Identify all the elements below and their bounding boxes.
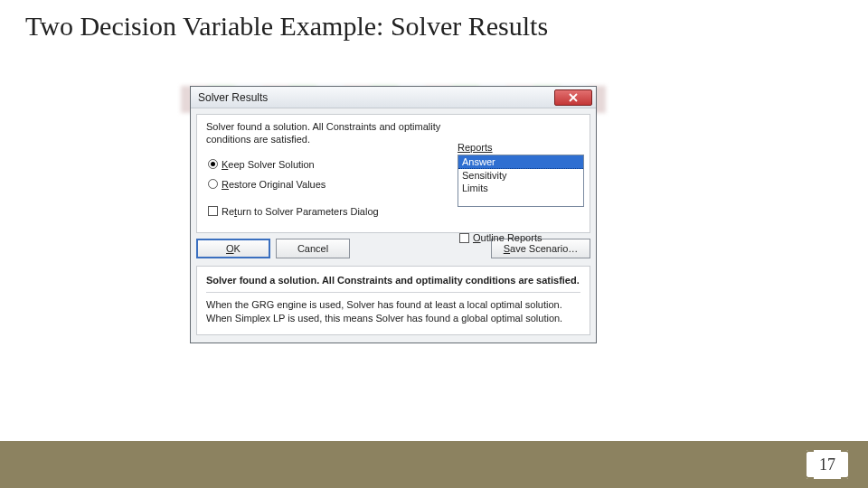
report-item-limits[interactable]: Limits bbox=[458, 182, 583, 194]
checkbox-label: Outline Reports bbox=[473, 232, 542, 243]
radio-label: Restore Original Values bbox=[222, 179, 326, 190]
explanation-group: Solver found a solution. All Constraints… bbox=[196, 266, 590, 335]
page-number: 17 bbox=[819, 455, 835, 474]
slide-title: Two Decision Variable Example: Solver Re… bbox=[25, 11, 548, 42]
report-item-sensitivity[interactable]: Sensitivity bbox=[458, 169, 583, 182]
return-to-dialog-checkbox[interactable]: Return to Solver Parameters Dialog bbox=[208, 206, 580, 217]
radio-icon bbox=[208, 179, 218, 189]
titlebar-text: Solver Results bbox=[198, 91, 554, 104]
close-button[interactable] bbox=[554, 89, 592, 106]
footer-bar bbox=[0, 441, 868, 488]
checkbox-label: Return to Solver Parameters Dialog bbox=[222, 206, 379, 217]
outline-reports-checkbox[interactable]: Outline Reports bbox=[459, 232, 542, 243]
report-item-answer[interactable]: Answer bbox=[458, 155, 583, 169]
divider bbox=[206, 292, 580, 293]
titlebar[interactable]: Solver Results bbox=[191, 87, 596, 108]
close-icon bbox=[569, 93, 578, 102]
solver-results-dialog: Solver Results Solver found a solution. … bbox=[190, 86, 597, 343]
status-message: Solver found a solution. All Constraints… bbox=[206, 120, 441, 146]
options-group: Solver found a solution. All Constraints… bbox=[196, 114, 590, 233]
radio-icon bbox=[208, 159, 218, 169]
radio-label: Keep Solver Solution bbox=[222, 159, 315, 170]
reports-listbox[interactable]: Answer Sensitivity Limits bbox=[458, 155, 584, 207]
dialog-body: Solver found a solution. All Constraints… bbox=[191, 108, 596, 343]
ok-button[interactable]: OK bbox=[196, 239, 270, 258]
explanation-heading: Solver found a solution. All Constraints… bbox=[206, 274, 580, 286]
page-number-badge: 17 bbox=[807, 450, 848, 479]
explanation-body: When the GRG engine is used, Solver has … bbox=[206, 298, 580, 325]
cancel-button[interactable]: Cancel bbox=[276, 239, 350, 258]
reports-label: Reports bbox=[458, 142, 493, 153]
checkbox-icon bbox=[208, 206, 218, 216]
checkbox-icon bbox=[459, 233, 469, 243]
